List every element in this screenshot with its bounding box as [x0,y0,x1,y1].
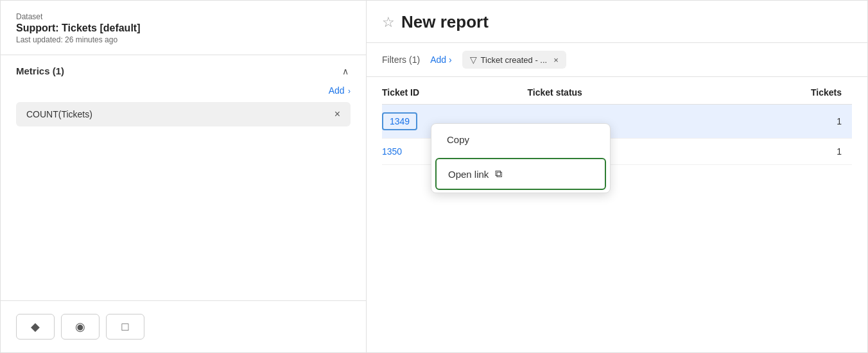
add-filter-button[interactable]: Add › [430,55,451,65]
metrics-title: Metrics (1) [16,65,64,76]
filters-label: Filters (1) [382,55,420,65]
report-title: New report [401,12,489,32]
table-header-row: Ticket ID Ticket status Tickets [382,80,852,105]
copy-menu-item[interactable]: Copy [431,124,610,155]
dataset-name: Support: Tickets [default] [16,22,351,34]
drop-icon: ◆ [31,320,40,334]
col-ticket-id: Ticket ID [382,80,528,105]
copy-label: Copy [447,134,469,145]
filter-chip[interactable]: ▽ Ticket created - ... × [462,51,566,69]
metrics-section: Metrics (1) ∧ Add › COUNT(Tickets) × [1,55,366,300]
add-metric-container: Add › [16,85,351,96]
metrics-header: Metrics (1) ∧ [16,65,351,76]
dataset-label: Dataset [16,12,351,21]
table-area: Ticket ID Ticket status Tickets 1349 1 [367,77,867,352]
chevron-right-icon: › [346,87,351,96]
chat-icon-button[interactable]: □ [106,314,144,340]
tickets-count-cell: 1 [726,105,852,139]
signal-icon: ◉ [75,320,85,334]
report-header: ☆ New report [367,1,867,43]
bottom-icons-bar: ◆ ◉ □ [1,300,366,352]
metrics-collapse-icon[interactable]: ∧ [340,66,351,76]
metric-chip-label: COUNT(Tickets) [26,109,92,119]
signal-icon-button[interactable]: ◉ [61,314,100,340]
metric-chip[interactable]: COUNT(Tickets) × [16,102,351,126]
add-metric-button[interactable]: Add › [329,85,351,96]
dataset-header: Dataset Support: Tickets [default] Last … [1,1,366,55]
filter-funnel-icon: ▽ [470,55,477,65]
open-link-icon: ⧉ [495,168,502,180]
open-link-menu-item[interactable]: Open link ⧉ [435,158,606,190]
col-ticket-status: Ticket status [528,80,727,105]
left-panel: Dataset Support: Tickets [default] Last … [1,1,367,352]
drop-icon-button[interactable]: ◆ [16,314,55,340]
star-icon[interactable]: ☆ [382,14,395,31]
open-link-label: Open link [448,169,489,180]
filters-bar: Filters (1) Add › ▽ Ticket created - ...… [367,43,867,77]
chat-icon: □ [122,320,129,334]
context-menu: Copy Open link ⧉ [431,123,611,193]
filter-chip-label: Ticket created - ... [481,55,548,65]
metric-chip-close-icon[interactable]: × [334,108,340,120]
filter-chip-close-icon[interactable]: × [553,55,559,65]
col-tickets: Tickets [726,80,852,105]
tickets-count-cell: 1 [726,139,852,165]
dataset-updated: Last updated: 26 minutes ago [16,35,351,44]
right-panel: ☆ New report Filters (1) Add › ▽ Ticket … [367,1,867,352]
